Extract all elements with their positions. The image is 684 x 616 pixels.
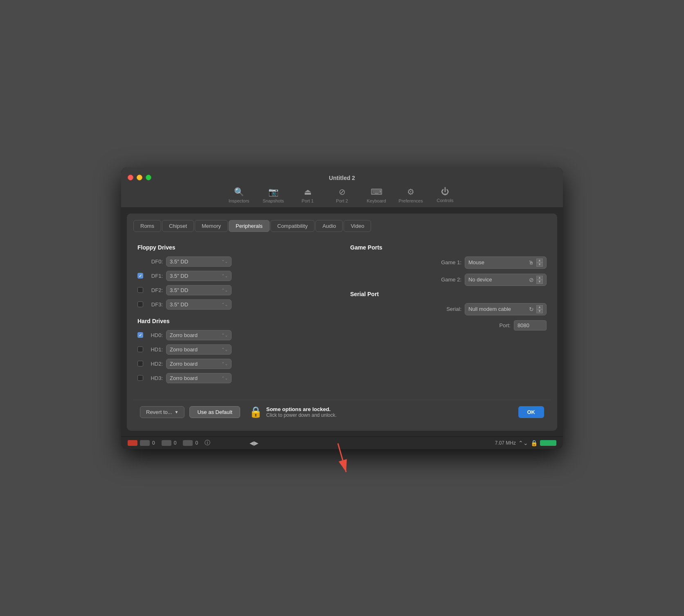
port-row: Port: 8080 (350, 320, 547, 330)
df2-dropdown[interactable]: 3.5" DD ⌃⌄ (166, 285, 232, 295)
hd1-checkbox[interactable] (137, 346, 143, 352)
status-rect-gray-2 (162, 440, 171, 446)
toolbar-label-controls: Controls (437, 198, 454, 203)
use-default-button[interactable]: Use as Default (189, 406, 240, 418)
floppy-drives-title: Floppy Drives (137, 244, 334, 251)
df2-label: DF2: (146, 287, 163, 293)
toolbar-item-port2[interactable]: ⊘ Port 2 (330, 187, 354, 203)
window-title: Untitled 2 (329, 175, 355, 181)
lock-area[interactable]: 🔒 Some options are locked. Click to powe… (249, 406, 513, 418)
hd0-dropdown[interactable]: Zorro board ⌃⌄ (166, 330, 232, 340)
content-area: Roms Chipset Memory Peripherals Compatib… (127, 214, 557, 431)
df1-label: DF1: (146, 273, 163, 279)
serial-cable-icon: ↻ (529, 306, 534, 312)
toolbar-label-snapshots: Snapshots (263, 198, 284, 203)
status-value-3: 0 (195, 440, 198, 446)
inspectors-icon: 🔍 (234, 187, 244, 197)
preferences-icon: ⚙ (407, 187, 414, 197)
tab-memory[interactable]: Memory (195, 220, 228, 232)
game-ports-title: Game Ports (350, 244, 547, 251)
hard-drives-section: Hard Drives HD0: Zorro board ⌃⌄ (137, 318, 334, 383)
df0-dropdown[interactable]: 3.5" DD ⌃⌄ (166, 256, 232, 267)
hd3-dropdown[interactable]: Zorro board ⌃⌄ (166, 373, 232, 383)
serial-value: Null modem cable (468, 306, 511, 312)
serial-dropdown[interactable]: Null modem cable ↻ ▲ ▼ (465, 303, 547, 315)
toolbar-item-preferences[interactable]: ⚙ Preferences (398, 187, 423, 203)
hard-drives-title: Hard Drives (137, 318, 334, 324)
info-icon[interactable]: ⓘ (205, 439, 210, 447)
toolbar-item-inspectors[interactable]: 🔍 Inspectors (227, 187, 251, 203)
minimize-button[interactable] (137, 175, 142, 180)
toolbar-label-preferences: Preferences (398, 198, 423, 203)
hd2-arrow-icon: ⌃⌄ (221, 362, 228, 366)
df2-checkbox[interactable] (137, 287, 143, 293)
ok-button[interactable]: OK (518, 406, 544, 418)
game2-dropdown[interactable]: No device ⊘ ▲ ▼ (465, 274, 547, 286)
hd0-label: HD0: (146, 332, 163, 338)
revert-button[interactable]: Revert to... ▼ (140, 406, 184, 418)
game1-row: Game 1: Mouse 🖱 ▲ ▼ (350, 256, 547, 269)
tab-video[interactable]: Video (344, 220, 371, 232)
mhz-spin-icon[interactable]: ⌃⌄ (518, 440, 528, 446)
tab-peripherals[interactable]: Peripherals (229, 220, 270, 232)
game1-dropdown[interactable]: Mouse 🖱 ▲ ▼ (465, 256, 547, 269)
hd0-checkbox[interactable] (137, 332, 143, 338)
hd1-value: Zorro board (170, 346, 198, 353)
toolbar-item-port1[interactable]: ⏏ Port 1 (295, 187, 320, 203)
port-input[interactable]: 8080 (514, 320, 547, 330)
df3-value: 3.5" DD (170, 301, 188, 308)
left-column: Floppy Drives DF0: 3.5" DD ⌃⌄ DF1: (137, 244, 334, 387)
lock-title: Some options are locked. (266, 406, 337, 412)
tab-bar: Roms Chipset Memory Peripherals Compatib… (133, 220, 551, 232)
status-indicator-1: 0 (128, 440, 155, 446)
toolbar-item-controls[interactable]: ⏻ Controls (433, 187, 457, 203)
game2-spin-down[interactable]: ▼ (536, 280, 543, 284)
toolbar-item-keyboard[interactable]: ⌨ Keyboard (364, 187, 389, 203)
hd2-dropdown[interactable]: Zorro board ⌃⌄ (166, 359, 232, 369)
status-rect-gray-1 (140, 440, 150, 446)
close-button[interactable] (128, 175, 133, 180)
toolbar: 🔍 Inspectors 📷 Snapshots ⏏ Port 1 ⊘ Port… (128, 185, 556, 207)
df0-label: DF0: (146, 259, 163, 265)
hd0-arrow-icon: ⌃⌄ (221, 333, 228, 337)
df3-label: DF3: (146, 301, 163, 308)
hd2-row: HD2: Zorro board ⌃⌄ (137, 359, 334, 369)
game2-spin-up[interactable]: ▲ (536, 276, 543, 280)
toolbar-label-port1: Port 1 (302, 198, 313, 203)
tab-chipset[interactable]: Chipset (162, 220, 194, 232)
hd0-value: Zorro board (170, 332, 198, 338)
game2-value: No device (468, 277, 492, 283)
revert-arrow-icon: ▼ (175, 410, 179, 414)
hd0-row: HD0: Zorro board ⌃⌄ (137, 330, 334, 340)
game1-spin-down[interactable]: ▼ (536, 263, 543, 267)
df0-row: DF0: 3.5" DD ⌃⌄ (137, 256, 334, 267)
df1-row: DF1: 3.5" DD ⌃⌄ (137, 271, 334, 281)
status-value-1: 0 (152, 440, 155, 446)
tab-compatibility[interactable]: Compatibility (270, 220, 315, 232)
serial-spin-down[interactable]: ▼ (536, 309, 543, 313)
game1-spin-up[interactable]: ▲ (536, 259, 543, 263)
df3-checkbox[interactable] (137, 301, 143, 307)
df3-dropdown[interactable]: 3.5" DD ⌃⌄ (166, 299, 232, 310)
port-label: Port: (500, 322, 511, 328)
hd2-checkbox[interactable] (137, 361, 143, 366)
toolbar-item-snapshots[interactable]: 📷 Snapshots (261, 187, 286, 203)
hd1-arrow-icon: ⌃⌄ (221, 347, 228, 352)
maximize-button[interactable] (146, 175, 151, 180)
toolbar-label-keyboard: Keyboard (367, 198, 386, 203)
snapshots-icon: 📷 (268, 187, 279, 197)
df0-arrow-icon: ⌃⌄ (221, 259, 228, 264)
tab-audio[interactable]: Audio (315, 220, 343, 232)
df1-dropdown[interactable]: 3.5" DD ⌃⌄ (166, 271, 232, 281)
serial-spin-up[interactable]: ▲ (536, 305, 543, 309)
hd3-value: Zorro board (170, 375, 198, 381)
serial-row: Serial: Null modem cable ↻ ▲ ▼ (350, 303, 547, 315)
mhz-area: 7.07 MHz ⌃⌄ 🔒 (495, 440, 556, 446)
hd3-arrow-icon: ⌃⌄ (221, 376, 228, 380)
tab-roms[interactable]: Roms (133, 220, 161, 232)
hd3-checkbox[interactable] (137, 375, 143, 381)
hd1-dropdown[interactable]: Zorro board ⌃⌄ (166, 344, 232, 355)
df1-checkbox[interactable] (137, 273, 143, 279)
toolbar-label-inspectors: Inspectors (229, 198, 250, 203)
lock-status-icon: 🔒 (531, 440, 538, 446)
